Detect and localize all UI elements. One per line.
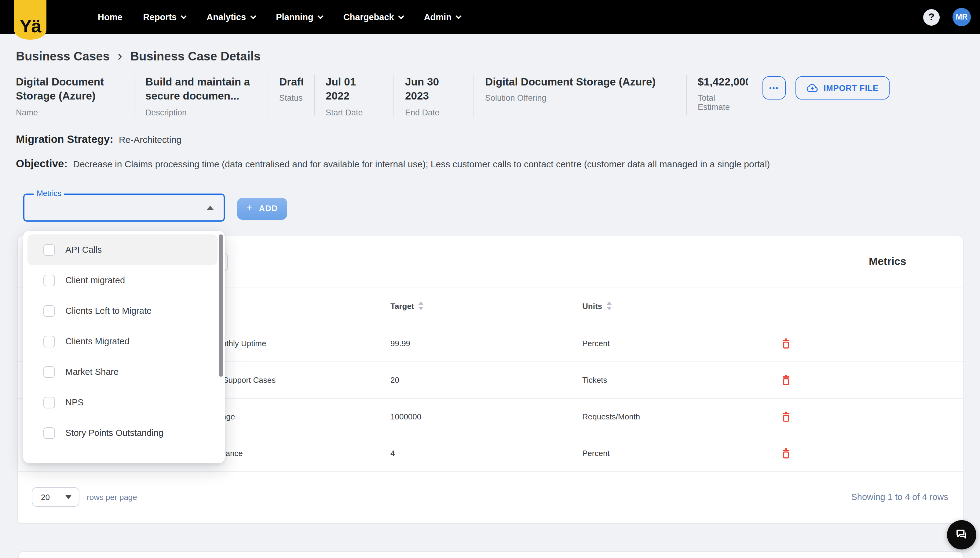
delete-row-button[interactable] — [781, 411, 791, 422]
delete-row-button[interactable] — [781, 448, 791, 459]
metrics-dropdown-option-label: Clients Left to Migrate — [66, 306, 151, 316]
detail-actions: ••• IMPORT FILE — [763, 76, 890, 100]
trash-icon — [781, 411, 791, 422]
row-actions-cell — [747, 411, 791, 422]
detail-label: Solution Offering — [485, 94, 675, 103]
units-column-label: Units — [582, 302, 602, 311]
breadcrumb-parent[interactable]: Business Cases — [16, 49, 110, 64]
row-actions-cell — [747, 374, 791, 386]
nav-menu-item[interactable]: Chargeback — [344, 12, 403, 22]
breadcrumb-separator-icon: › — [118, 49, 122, 62]
nav-menu-item-label: Chargeback — [344, 12, 394, 22]
dropdown-scrollbar[interactable] — [219, 235, 223, 377]
target-column-header: Target — [390, 302, 582, 311]
migration-strategy: Migration Strategy:Re-Architecting — [16, 133, 964, 146]
row-actions-cell — [747, 448, 791, 459]
detail-field: Build and maintain a secure documen... D… — [145, 75, 268, 117]
avatar-initials: MR — [956, 13, 968, 21]
trash-icon — [781, 448, 791, 459]
checkbox-icon[interactable] — [43, 397, 55, 408]
detail-label: Start Date — [326, 108, 383, 117]
row-actions-cell — [747, 338, 791, 349]
nav-menu-item-label: Admin — [424, 12, 452, 22]
detail-label: Description — [145, 108, 257, 117]
sort-icon[interactable] — [607, 302, 612, 310]
checkbox-icon[interactable] — [43, 305, 55, 317]
detail-value: Build and maintain a secure documen... — [145, 75, 257, 104]
ellipsis-icon: ••• — [769, 84, 779, 92]
metrics-dropdown-option-label: Story Points Outstanding — [66, 428, 163, 438]
detail-value: Jun 30 2023 — [405, 75, 462, 104]
nav-right: ? MR — [923, 8, 980, 26]
detail-value: Jul 01 2022 — [326, 75, 383, 104]
app-logo[interactable]: Yä — [14, 0, 46, 40]
metrics-dropdown-option[interactable]: Market Share — [28, 356, 217, 387]
next-section-card — [18, 551, 964, 558]
metrics-dropdown-option[interactable]: Clients Left to Migrate — [28, 295, 217, 326]
metrics-dropdown-option-label: API Calls — [66, 245, 102, 254]
chevron-down-icon — [250, 13, 256, 19]
chat-fab-button[interactable] — [947, 520, 976, 550]
chevron-down-icon — [181, 13, 187, 19]
target-column-label: Target — [390, 302, 414, 311]
checkbox-icon[interactable] — [43, 244, 55, 256]
caret-up-icon — [207, 206, 214, 210]
page-size-select[interactable]: 20 — [32, 487, 79, 507]
page: Yä Home Reports Analytics — [0, 0, 980, 558]
checkbox-icon[interactable] — [43, 366, 55, 377]
units-column-header: Units — [582, 302, 747, 311]
sort-icon[interactable] — [419, 302, 424, 310]
metrics-dropdown-option[interactable]: NPS — [28, 387, 217, 418]
row-target-cell: 1000000 — [390, 412, 582, 421]
row-units-cell: Percent — [582, 339, 747, 348]
checkbox-icon[interactable] — [43, 274, 55, 286]
chat-icon — [954, 527, 969, 542]
nav-menu-item-label: Home — [98, 12, 123, 22]
nav-menu: Home Reports Analytics Planning — [98, 12, 461, 22]
logo-text: Yä — [20, 17, 41, 40]
metrics-select[interactable]: Metrics — [23, 194, 225, 222]
avatar[interactable]: MR — [952, 8, 971, 26]
detail-value: Digital Document Storage (Azure) — [485, 75, 675, 89]
objective-value: Decrease in Claims processing time (data… — [73, 159, 770, 169]
checkbox-icon[interactable] — [43, 427, 55, 439]
question-mark-icon: ? — [928, 11, 934, 23]
add-metric-button[interactable]: + ADD — [237, 198, 287, 220]
row-units-cell: Tickets — [582, 376, 747, 385]
chevron-down-icon — [455, 13, 462, 19]
metrics-dropdown-option[interactable]: Story Points Outstanding — [28, 418, 217, 448]
nav-menu-item-label: Analytics — [207, 12, 246, 22]
more-actions-button[interactable]: ••• — [763, 76, 786, 100]
page-size-value: 20 — [41, 493, 50, 502]
import-file-label: IMPORT FILE — [824, 83, 878, 92]
metrics-dropdown-option[interactable]: API Calls — [28, 235, 217, 265]
nav-menu-item[interactable]: Reports — [143, 12, 186, 22]
chevron-down-icon — [398, 13, 404, 19]
detail-field: Jun 30 2023 End Date — [405, 75, 474, 117]
metrics-dropdown-option-label: Market Share — [66, 367, 118, 377]
cloud-upload-icon — [806, 83, 818, 93]
nav-menu-item[interactable]: Planning — [276, 12, 322, 22]
detail-value: $1,422,000 — [698, 75, 748, 89]
pagination-summary: Showing 1 to 4 of 4 rows — [851, 492, 948, 502]
delete-row-button[interactable] — [781, 374, 791, 386]
delete-row-button[interactable] — [781, 338, 791, 349]
nav-menu-item[interactable]: Home — [98, 12, 123, 22]
metrics-dropdown-option[interactable]: Clients Migrated — [28, 326, 217, 356]
metrics-dropdown-panel: API Calls Client migrated Clients Left t… — [23, 231, 225, 463]
detail-field: Jul 01 2022 Start Date — [326, 75, 394, 117]
import-file-button[interactable]: IMPORT FILE — [796, 76, 890, 100]
nav-menu-item[interactable]: Admin — [424, 12, 461, 22]
metrics-card-title: Metrics — [869, 255, 906, 268]
help-button[interactable]: ? — [923, 9, 940, 25]
metrics-picker: Metrics + ADD — [23, 194, 980, 222]
trash-icon — [781, 338, 791, 349]
nav-menu-item-label: Planning — [276, 12, 313, 22]
nav-menu-item[interactable]: Analytics — [207, 12, 255, 22]
caret-down-icon — [66, 495, 71, 499]
objective-label: Objective: — [16, 158, 67, 170]
metrics-dropdown-option[interactable]: Client migrated — [28, 265, 217, 295]
checkbox-icon[interactable] — [43, 335, 55, 347]
detail-field: Draft Status — [279, 75, 315, 115]
detail-field: Digital Document Storage (Azure) Name — [16, 75, 135, 117]
